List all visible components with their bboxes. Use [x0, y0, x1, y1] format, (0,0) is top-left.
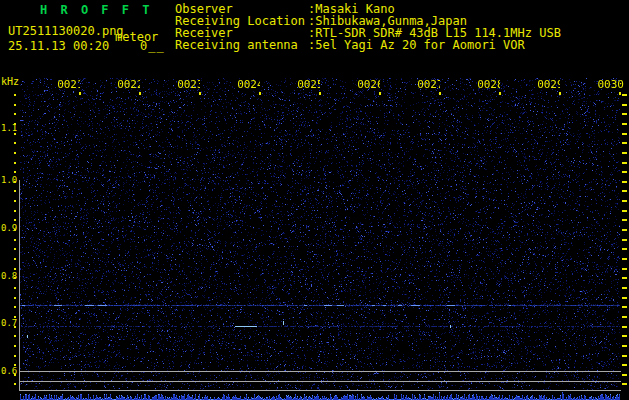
frame-horizontal-line-3	[19, 390, 621, 391]
timestamp: 25.11.13 00:20	[8, 39, 109, 53]
minute-tick	[139, 92, 141, 95]
y-axis-label: 0.9	[1, 224, 19, 233]
y-axis-label: 0.7	[1, 319, 19, 328]
minute-tick	[319, 92, 321, 95]
y-axis-tick-column-left	[14, 94, 16, 393]
receiving-antenna-value: :5el Yagi Az 20 for Aomori VOR	[308, 39, 525, 51]
frame-horizontal-line-1	[19, 371, 621, 372]
x-axis-label: 0030	[582, 79, 624, 90]
minute-tick	[439, 92, 441, 95]
y-axis-label: 0.6	[1, 367, 19, 376]
y-axis-unit: kHz	[1, 76, 19, 87]
y-axis-label: 0.8	[1, 272, 19, 281]
echo-counter: 0__	[140, 39, 165, 53]
x-axis-label: 0027	[402, 79, 444, 90]
minute-tick	[199, 92, 201, 95]
hrofft-screen: H R O F F T UT2511130020.png meteor 25.1…	[0, 0, 629, 400]
x-axis-label: 0029	[522, 79, 564, 90]
app-title: H R O F F T	[40, 3, 152, 17]
x-axis-label: 0024	[222, 79, 264, 90]
receiving-antenna-label: Receiving antenna	[175, 39, 298, 51]
minute-tick	[79, 92, 81, 95]
y-axis-label: 1.0	[1, 176, 19, 185]
x-axis-label: 0025	[282, 79, 324, 90]
minute-tick	[259, 92, 261, 95]
spectrogram-canvas	[20, 78, 620, 390]
x-axis-label: 0021	[42, 79, 84, 90]
x-axis-label: 0028	[462, 79, 504, 90]
x-axis-label: 0026	[342, 79, 384, 90]
minute-tick	[499, 92, 501, 95]
y-axis-label: 1.1	[1, 124, 19, 133]
frame-vertical-line	[19, 180, 20, 391]
x-axis-label: 0023	[162, 79, 204, 90]
minute-tick	[619, 92, 621, 95]
y-axis-tick-column-right	[622, 94, 627, 393]
minute-tick	[559, 92, 561, 95]
power-graph-canvas	[20, 391, 620, 400]
output-filename: UT2511130020.png	[8, 24, 124, 38]
minute-tick	[379, 92, 381, 95]
x-axis-label: 0022	[102, 79, 144, 90]
frame-horizontal-line-2	[19, 381, 621, 382]
